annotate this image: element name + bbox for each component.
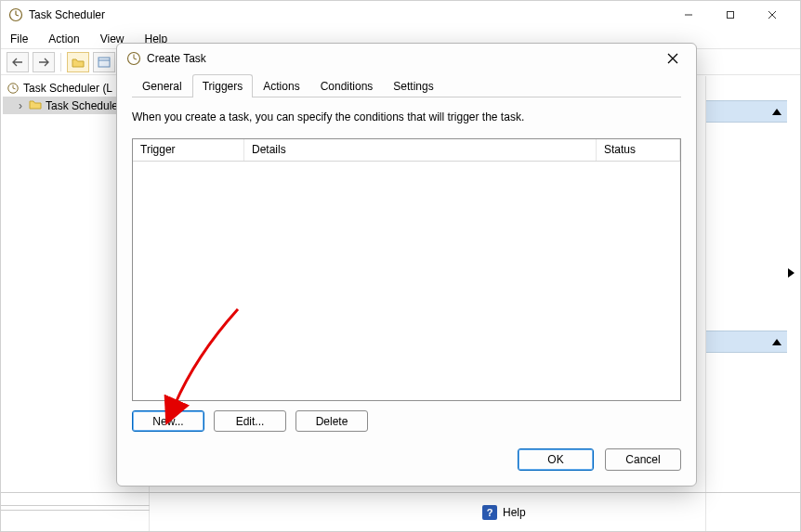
dialog-title: Create Task: [147, 52, 206, 65]
tab-strip: General Triggers Actions Conditions Sett…: [132, 73, 681, 97]
task-scheduler-icon: [8, 7, 23, 22]
minimize-button[interactable]: [667, 1, 709, 29]
help-label[interactable]: Help: [503, 506, 526, 519]
dialog-close-button[interactable]: [659, 47, 687, 70]
col-details[interactable]: Details: [244, 139, 597, 161]
new-button[interactable]: New...: [132, 410, 204, 432]
cancel-button[interactable]: Cancel: [605, 448, 681, 471]
main-titlebar: Task Scheduler: [1, 1, 800, 29]
tab-settings[interactable]: Settings: [383, 74, 443, 97]
actions-section-1[interactable]: [706, 100, 787, 123]
tab-actions[interactable]: Actions: [253, 74, 309, 97]
trigger-button-row: New... Edit... Delete: [132, 410, 681, 432]
toolbar-folder-icon[interactable]: [67, 52, 89, 72]
task-scheduler-icon: [126, 51, 141, 66]
tab-general[interactable]: General: [132, 74, 192, 97]
list-header: Trigger Details Status: [133, 139, 680, 162]
dialog-titlebar: Create Task: [117, 44, 696, 73]
triggers-list[interactable]: Trigger Details Status: [132, 138, 681, 401]
ok-button[interactable]: OK: [518, 448, 594, 471]
close-button[interactable]: [751, 1, 793, 29]
task-scheduler-icon: [7, 82, 20, 95]
dialog-footer: OK Cancel: [117, 445, 696, 486]
toolbar-properties-icon[interactable]: [93, 52, 115, 72]
bottom-status-area: ? Help: [1, 492, 800, 531]
svg-rect-4: [727, 12, 733, 19]
nav-back-button[interactable]: [7, 52, 29, 72]
tab-triggers[interactable]: Triggers: [192, 74, 254, 97]
col-status[interactable]: Status: [597, 139, 680, 161]
help-icon: ?: [482, 505, 497, 520]
col-trigger[interactable]: Trigger: [133, 139, 244, 161]
menu-action[interactable]: Action: [45, 31, 83, 47]
tab-description: When you create a task, you can specify …: [132, 110, 681, 123]
expand-icon[interactable]: ›: [16, 99, 25, 112]
svg-rect-7: [98, 58, 110, 67]
dialog-body: General Triggers Actions Conditions Sett…: [117, 73, 696, 445]
edit-button[interactable]: Edit...: [214, 410, 286, 432]
folder-icon: [29, 98, 42, 112]
actions-section-2[interactable]: [706, 331, 787, 353]
tab-conditions[interactable]: Conditions: [310, 74, 384, 97]
maximize-button[interactable]: [709, 1, 751, 29]
collapse-up-icon: [772, 339, 781, 345]
delete-button[interactable]: Delete: [295, 410, 368, 432]
arrow-right-icon: [788, 268, 794, 278]
nav-forward-button[interactable]: [33, 52, 55, 72]
tree-library-label: Task Schedule: [46, 99, 118, 112]
create-task-dialog: Create Task General Triggers Actions Con…: [116, 43, 697, 487]
actions-panel: [705, 76, 800, 531]
tree-root-label: Task Scheduler (L: [23, 82, 112, 95]
window-title: Task Scheduler: [29, 8, 105, 21]
menu-file[interactable]: File: [7, 31, 32, 47]
window-controls: [667, 1, 793, 29]
actions-scroll-indicator[interactable]: [706, 262, 800, 284]
collapse-up-icon: [772, 109, 781, 115]
